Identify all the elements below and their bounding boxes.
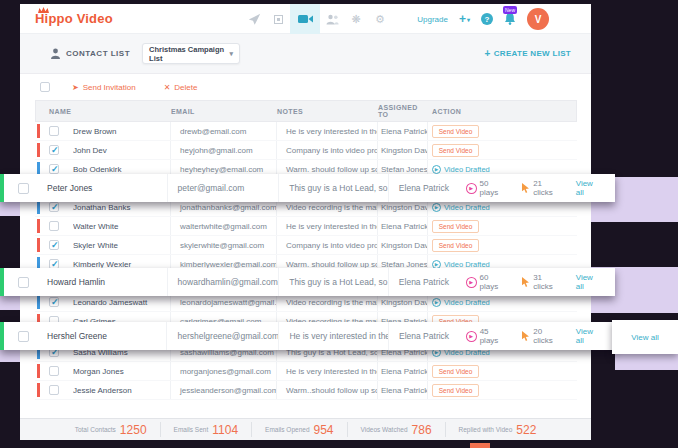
delete-button[interactable]: ✕ Delete (164, 83, 198, 92)
send-video-button[interactable]: Send Video (432, 384, 479, 397)
row-checkbox[interactable] (49, 385, 59, 395)
stat-total-contacts: Total Contacts1250 (62, 422, 161, 437)
table-row[interactable]: Skyler White skylerwhite@gmail.com Compa… (35, 236, 577, 255)
campaign-list-dropdown[interactable]: Christmas Campaign List ▾ (142, 43, 240, 64)
play-icon: ▶ (466, 277, 477, 288)
contact-assigned: Elena Patrick (388, 268, 466, 296)
contact-assigned: Elena Patrick (377, 381, 427, 399)
col-email: EMAIL (171, 108, 277, 115)
nav-campaigns[interactable] (242, 4, 266, 34)
table-row[interactable]: Drew Brown drewb@email.com He is very in… (35, 122, 577, 141)
highlighted-row-hershel-greene[interactable]: Hershel Greene hershelgreene@gmail.com H… (0, 322, 615, 350)
row-checkbox[interactable] (49, 240, 59, 250)
send-video-button[interactable]: Send Video (432, 125, 479, 138)
plus-icon: + (485, 48, 491, 59)
row-checkbox[interactable] (49, 221, 59, 231)
table-row[interactable]: Jessie Anderson jessieanderson@gmail.com… (35, 381, 577, 400)
upgrade-link[interactable]: Upgrade (417, 15, 448, 24)
hippo-video-logo[interactable]: Hippo Video (35, 11, 113, 26)
contact-name: John Dev (73, 146, 170, 155)
status-indicator (37, 200, 40, 214)
dropdown-value: Christmas Campaign List (149, 45, 229, 63)
table-row[interactable]: John Dev heyjohn@gmail.com Company is in… (35, 141, 577, 160)
contact-assigned: Elena Patrick (377, 217, 427, 235)
send-invitation-button[interactable]: ➤ Send Invitation (72, 83, 136, 92)
row-checkbox[interactable] (49, 202, 59, 212)
table-row[interactable]: Morgan Jones morganjones@gmail.com He is… (35, 362, 577, 381)
engagement-metrics: ▶50 plays 21 clicks View all (466, 179, 603, 197)
highlighted-row-peter-jones[interactable]: Peter Jones peter@gmail.com This guy is … (0, 174, 615, 202)
row-checkbox[interactable] (18, 331, 29, 342)
row-checkbox[interactable] (49, 297, 59, 307)
row-checkbox[interactable] (49, 126, 59, 136)
contact-email: skylerwhite@gmail.com (170, 236, 276, 254)
chevron-down-icon: ▾ (467, 16, 470, 23)
footer-stats-bar: Total Contacts1250 Emails Sent1104 Email… (20, 418, 591, 440)
help-button[interactable]: ? (481, 13, 493, 25)
user-avatar[interactable]: V (527, 8, 549, 30)
send-video-button[interactable]: Send Video (432, 144, 479, 157)
row-checkbox[interactable] (49, 145, 59, 155)
contact-name: Howard Hamlin (47, 277, 167, 287)
contact-notes: Company is into video produ... (276, 141, 377, 159)
contact-email: heyjohn@gmail.com (170, 141, 276, 159)
plays-metric: ▶60 plays (466, 273, 510, 291)
view-all-link[interactable]: View all (576, 273, 603, 291)
cursor-click-icon (521, 277, 530, 287)
contact-email: howardhamlin@gmail.com (167, 268, 279, 296)
contact-notes: Company is into video produ... (276, 236, 377, 254)
select-all-checkbox[interactable] (40, 82, 50, 92)
play-icon: ▶ (432, 298, 441, 307)
row-checkbox[interactable] (18, 183, 29, 194)
contact-email: waltertwhite@gmail.com (170, 217, 276, 235)
create-new-list-button[interactable]: + CREATE NEW LIST (485, 48, 571, 59)
highlighted-row-howard-hamlin[interactable]: Howard Hamlin howardhamlin@gmail.com Thi… (0, 268, 615, 296)
send-video-button[interactable]: Send Video (432, 220, 479, 233)
contact-email: drewb@email.com (170, 122, 276, 140)
status-indicator (37, 124, 40, 138)
contact-notes: He is very interested in the prod... (276, 122, 377, 140)
plus-icon: + (459, 12, 466, 26)
clicks-metric: 20 clicks (521, 327, 563, 345)
clicks-metric: 31 clicks (521, 273, 564, 291)
nav-settings[interactable]: ⚙ (368, 4, 392, 34)
nav-videos-active[interactable] (290, 4, 320, 34)
nav-integrations[interactable]: ❋ (344, 4, 368, 34)
contact-assigned: Elena Patrick (377, 362, 427, 380)
view-all-link[interactable]: View all (631, 333, 658, 342)
quick-add-button[interactable]: + ▾ (459, 12, 470, 26)
app-window: Hippo Video ❋ ⚙ (20, 4, 591, 440)
table-header: NAME EMAIL NOTES ASSIGNED TO ACTION (35, 100, 577, 122)
play-icon: ▶ (466, 331, 477, 342)
view-all-link[interactable]: View all (576, 327, 603, 345)
notifications-bell[interactable]: New (504, 12, 516, 30)
gear-icon: ⚙ (375, 14, 385, 25)
row-checkbox[interactable] (49, 366, 59, 376)
contact-list-label: CONTACT LIST (50, 48, 130, 59)
row-checkbox[interactable] (18, 277, 29, 288)
contact-notes: He is very interested in the prod... (278, 322, 388, 350)
contact-email: peter@gmail.com (167, 174, 279, 202)
nav-contacts[interactable] (320, 4, 344, 34)
view-all-floating-card[interactable]: View all (612, 320, 678, 354)
stat-replied-with-video: Replied with Video522 (446, 422, 550, 437)
video-camera-icon (298, 13, 313, 25)
chevron-down-icon: ▾ (230, 50, 234, 58)
view-all-link[interactable]: View all (576, 179, 603, 197)
col-assigned: ASSIGNED TO (378, 104, 428, 118)
send-video-button[interactable]: Send Video (432, 365, 479, 378)
new-badge: New (503, 6, 517, 14)
cursor-click-icon (521, 331, 530, 341)
plays-metric: ▶50 plays (466, 179, 510, 197)
col-name: NAME (36, 108, 171, 115)
send-video-button[interactable]: Send Video (432, 239, 479, 252)
table-row[interactable]: Walter White waltertwhite@gmail.com He i… (35, 217, 577, 236)
crown-icon (37, 7, 50, 13)
paper-plane-icon (248, 13, 261, 26)
contacts-table: NAME EMAIL NOTES ASSIGNED TO ACTION Drew… (35, 100, 577, 400)
nav-recordings[interactable] (266, 4, 290, 34)
bell-icon (504, 12, 516, 26)
bulk-actions-toolbar: ➤ Send Invitation ✕ Delete (20, 74, 591, 100)
row-checkbox[interactable] (49, 164, 59, 174)
contact-notes: He is very interested in the prod... (276, 362, 377, 380)
